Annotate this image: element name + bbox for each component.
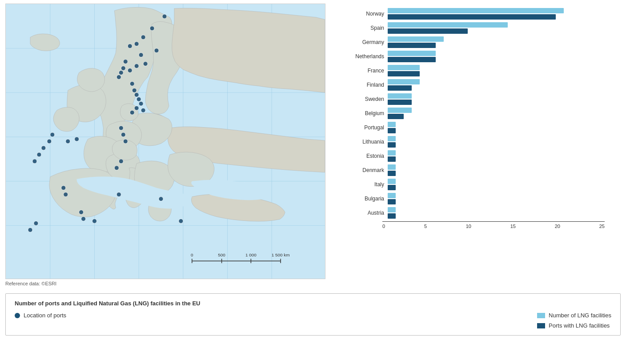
chart-country-label: Netherlands (343, 53, 388, 60)
svg-point-64 (119, 159, 123, 164)
chart-country-label: Denmark (343, 167, 388, 173)
bar-ports (388, 71, 420, 76)
chart-country-label: Bulgaria (343, 196, 388, 202)
bar-ports (388, 43, 436, 48)
bar-ports (388, 114, 404, 119)
svg-point-49 (47, 139, 52, 144)
chart-row: Sweden (343, 93, 621, 105)
bar-ports (388, 28, 468, 34)
svg-point-57 (79, 210, 84, 215)
svg-point-38 (136, 97, 141, 101)
svg-point-62 (179, 219, 183, 223)
legend-ports-dot (15, 313, 20, 318)
chart-row: Spain (343, 22, 621, 34)
svg-point-39 (139, 101, 143, 106)
axis-label: 5 (424, 224, 427, 229)
bar-lng (388, 122, 396, 127)
bar-lng (388, 150, 396, 156)
map-reference: Reference data: ©ESRI (5, 281, 325, 286)
bar-group (388, 93, 412, 105)
bar-group (388, 22, 508, 34)
bar-ports (388, 213, 396, 219)
chart-country-label: Portugal (343, 124, 388, 131)
svg-point-32 (128, 68, 132, 73)
svg-point-35 (130, 81, 134, 86)
chart-country-label: Italy (343, 181, 388, 188)
bar-ports (388, 156, 396, 162)
bar-ports (388, 57, 436, 62)
bar-group (388, 51, 436, 62)
chart-axis: 0510152025 (382, 221, 605, 229)
map-wrapper: 0 500 1 000 1 500 km (5, 4, 325, 279)
svg-point-22 (150, 26, 154, 31)
chart-row: Netherlands (343, 51, 621, 62)
svg-point-34 (143, 62, 148, 66)
bar-lng (388, 8, 564, 13)
bar-ports (388, 128, 396, 133)
bar-group (388, 207, 396, 219)
svg-point-63 (114, 166, 119, 170)
chart-row: Finland (343, 79, 621, 91)
svg-point-25 (154, 48, 159, 53)
chart-container: NorwaySpainGermanyNetherlandsFranceFinla… (334, 4, 621, 221)
legend-row: Location of ports Number of LNG faciliti… (15, 312, 611, 329)
bar-ports (388, 14, 556, 20)
svg-text:1 000: 1 000 (245, 252, 257, 257)
svg-point-47 (66, 139, 70, 144)
legend-lng-label: Number of LNG facilities (549, 312, 611, 319)
svg-point-59 (92, 219, 97, 223)
legend-ports-item: Location of ports (15, 312, 66, 319)
svg-point-23 (141, 35, 145, 40)
chart-row: Denmark (343, 164, 621, 176)
legend-lng-rect (537, 313, 545, 318)
bar-lng (388, 51, 436, 56)
bar-group (388, 36, 444, 48)
svg-point-46 (75, 137, 79, 141)
bar-ports (388, 142, 396, 148)
svg-point-27 (128, 44, 132, 48)
chart-country-label: France (343, 68, 388, 74)
svg-point-51 (37, 152, 41, 157)
legend-lng-facilities-item: Number of LNG facilities (537, 312, 611, 319)
axis-label: 0 (382, 224, 385, 229)
bar-lng (388, 193, 396, 198)
chart-row: Portugal (343, 122, 621, 133)
svg-point-44 (121, 132, 125, 137)
svg-point-24 (134, 42, 139, 46)
chart-country-label: Estonia (343, 153, 388, 159)
axis-label: 25 (599, 224, 605, 229)
chart-country-label: Belgium (343, 110, 388, 116)
svg-point-50 (41, 146, 46, 150)
svg-point-53 (34, 221, 38, 225)
svg-point-42 (130, 110, 134, 115)
bar-ports (388, 185, 396, 190)
svg-point-29 (121, 66, 125, 71)
chart-country-label: Sweden (343, 96, 388, 102)
svg-point-61 (159, 197, 163, 201)
chart-country-label: Austria (343, 210, 388, 216)
bar-group (388, 8, 564, 20)
bar-lng (388, 164, 396, 170)
chart-country-label: Norway (343, 11, 388, 17)
bar-group (388, 164, 396, 176)
svg-point-37 (134, 92, 139, 97)
bar-lng (388, 108, 412, 113)
map-svg: 0 500 1 000 1 500 km (6, 4, 325, 279)
chart-section: NorwaySpainGermanyNetherlandsFranceFinla… (334, 4, 621, 229)
svg-point-40 (134, 106, 139, 110)
bar-lng (388, 136, 396, 141)
svg-point-45 (123, 139, 128, 144)
svg-point-26 (139, 53, 143, 57)
axis-label: 15 (510, 224, 516, 229)
svg-point-52 (32, 159, 37, 164)
svg-point-28 (123, 60, 128, 64)
top-row: 0 500 1 000 1 500 km Reference data: ©ES… (5, 4, 621, 286)
legend-ports-lng-rect (537, 323, 545, 328)
bar-lng (388, 79, 420, 84)
svg-point-36 (132, 88, 136, 92)
svg-point-30 (119, 71, 123, 75)
chart-country-label: Finland (343, 82, 388, 88)
bar-group (388, 65, 420, 76)
chart-row: Lithuania (343, 136, 621, 148)
chart-country-label: Germany (343, 39, 388, 45)
